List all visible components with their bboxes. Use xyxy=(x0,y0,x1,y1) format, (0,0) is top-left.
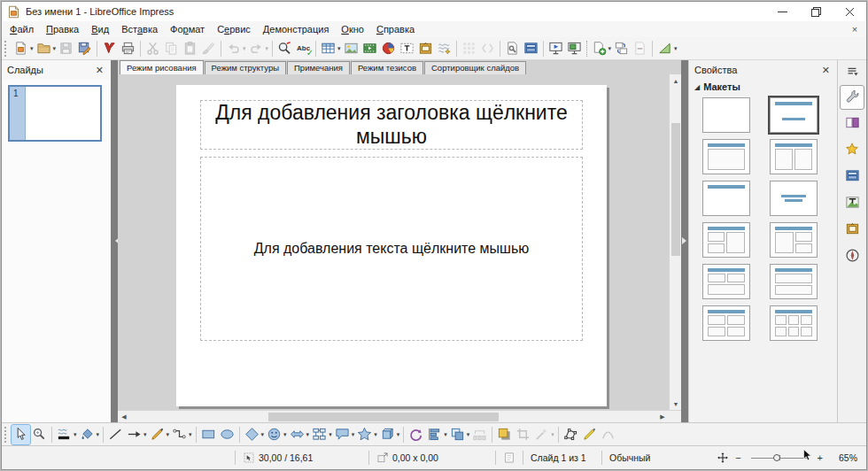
scroll-up-icon[interactable]: ▲ xyxy=(670,74,682,87)
restore-button[interactable] xyxy=(799,2,833,21)
tab-handout-view[interactable]: Режим тезисов xyxy=(351,61,423,74)
dropdown-arrow-icon[interactable]: ▾ xyxy=(374,431,377,438)
menu-tools[interactable]: Сервис xyxy=(211,23,257,35)
animation-deck-tab[interactable] xyxy=(841,139,864,162)
dropdown-arrow-icon[interactable]: ▾ xyxy=(189,431,192,438)
start-from-current-slide-button[interactable] xyxy=(565,39,584,58)
content-placeholder[interactable]: Для добавления текста щёлкните мышью xyxy=(200,157,583,341)
3d-objects-button[interactable]: ▾ xyxy=(378,425,401,444)
insert-table-button[interactable]: ▾ xyxy=(319,39,342,58)
slides-panel-close-icon[interactable]: ✕ xyxy=(94,65,105,76)
save-as-button[interactable] xyxy=(75,39,94,58)
stars-banners-button[interactable]: ▾ xyxy=(355,425,378,444)
zoom-out-button[interactable]: − xyxy=(732,452,743,463)
rotate-button[interactable] xyxy=(407,425,425,444)
menu-window[interactable]: Окно xyxy=(335,23,370,35)
master-slides-deck-tab[interactable] xyxy=(841,166,864,189)
tab-notes-view[interactable]: Примечания xyxy=(287,61,350,74)
sidebar-settings-button[interactable] xyxy=(845,63,859,81)
menu-slideshow[interactable]: Демонстрация xyxy=(257,23,336,35)
dropdown-arrow-icon[interactable]: ▾ xyxy=(608,45,612,52)
zoom-pan-button[interactable] xyxy=(30,425,49,444)
select-button[interactable] xyxy=(12,425,30,444)
block-arrows-button[interactable]: ▾ xyxy=(288,425,311,444)
glue-points-button[interactable] xyxy=(580,425,599,444)
menu-help[interactable]: Справка xyxy=(370,23,421,35)
dropdown-arrow-icon[interactable]: ▾ xyxy=(674,45,678,52)
layout-title-only[interactable] xyxy=(702,181,750,216)
new-slide-button[interactable]: ▾ xyxy=(590,39,613,58)
flowchart-button[interactable]: ▾ xyxy=(310,425,333,444)
master-slide-button[interactable] xyxy=(522,39,540,58)
export-pdf-button[interactable] xyxy=(100,39,119,58)
dropdown-arrow-icon[interactable]: ▾ xyxy=(329,431,332,438)
layout-content-over-content[interactable] xyxy=(770,264,818,299)
menu-file[interactable]: Файл xyxy=(4,23,40,35)
left-panel-splitter[interactable] xyxy=(111,60,118,422)
zoom-in-button[interactable]: + xyxy=(815,452,825,463)
gallery-deck-tab[interactable] xyxy=(841,219,864,242)
properties-panel-close-icon[interactable]: ✕ xyxy=(820,65,832,76)
navigator-deck-tab[interactable] xyxy=(841,245,864,268)
dropdown-arrow-icon[interactable]: ▾ xyxy=(337,45,341,52)
layout-2content-over-content[interactable] xyxy=(702,264,750,299)
special-character-button[interactable] xyxy=(435,39,453,58)
scroll-down-icon[interactable]: ▼ xyxy=(670,398,682,410)
slide-transition-deck-tab[interactable] xyxy=(841,112,864,135)
slide-canvas[interactable]: Для добавления заголовка щёлкните мышью … xyxy=(176,85,607,406)
dropdown-arrow-icon[interactable]: ▾ xyxy=(444,431,447,438)
callouts-button[interactable]: ▾ xyxy=(333,425,356,444)
tab-slide-sorter-view[interactable]: Сортировщик слайдов xyxy=(424,61,526,74)
spelling-button[interactable]: Abc✓ xyxy=(294,39,313,58)
toolbar-grip[interactable] xyxy=(4,41,9,57)
dropdown-arrow-icon[interactable]: ▾ xyxy=(97,431,100,438)
scroll-left-icon[interactable]: ◀ xyxy=(118,411,130,423)
layout-title-content[interactable] xyxy=(702,139,750,174)
curve-button[interactable]: ▾ xyxy=(148,425,171,444)
print-button[interactable] xyxy=(119,39,137,58)
shadow-button[interactable] xyxy=(495,425,514,444)
zoom-slider[interactable] xyxy=(744,446,815,469)
dropdown-arrow-icon[interactable]: ▾ xyxy=(167,431,170,438)
right-panel-splitter[interactable] xyxy=(681,60,688,422)
dropdown-arrow-icon[interactable]: ▾ xyxy=(551,431,554,438)
horizontal-scroll-thumb[interactable] xyxy=(268,413,499,421)
styles-deck-tab[interactable] xyxy=(841,192,864,215)
dropdown-arrow-icon[interactable]: ▾ xyxy=(467,431,470,438)
drawbar-grip[interactable] xyxy=(4,427,9,443)
dropdown-arrow-icon[interactable]: ▾ xyxy=(143,431,147,438)
ellipse-button[interactable] xyxy=(218,425,236,444)
align-objects-button[interactable]: ▾ xyxy=(425,425,448,444)
layout-blank[interactable] xyxy=(702,97,750,133)
layouts-section-header[interactable]: ◢ Макеты xyxy=(689,80,837,94)
dropdown-arrow-icon[interactable]: ▾ xyxy=(306,431,310,438)
dropdown-arrow-icon[interactable]: ▾ xyxy=(283,431,287,438)
insert-line-button[interactable] xyxy=(106,425,125,444)
zoom-percent[interactable]: 65% xyxy=(825,452,866,463)
layout-centered-text[interactable] xyxy=(770,181,818,216)
show-draw-functions-button[interactable]: ▾ xyxy=(655,39,678,58)
basic-shapes-button[interactable]: ▾ xyxy=(243,425,266,444)
slide-thumbnail-1[interactable]: 1 xyxy=(8,85,102,142)
layout-content-2content[interactable] xyxy=(770,222,818,258)
layout-title-slide[interactable] xyxy=(770,97,818,133)
fit-slide-button[interactable] xyxy=(713,452,732,464)
arrange-objects-button[interactable]: ▾ xyxy=(448,425,471,444)
dropdown-arrow-icon[interactable]: ▾ xyxy=(261,431,265,438)
close-document-button[interactable]: × xyxy=(847,24,866,35)
duplicate-slide-button[interactable] xyxy=(612,39,631,58)
minimize-button[interactable] xyxy=(765,2,799,21)
scroll-right-icon[interactable]: ▶ xyxy=(656,411,669,423)
title-placeholder[interactable]: Для добавления заголовка щёлкните мышью xyxy=(200,100,583,150)
slide-properties-button[interactable] xyxy=(503,39,522,58)
properties-deck-tab[interactable] xyxy=(841,86,864,109)
find-replace-button[interactable] xyxy=(275,39,294,58)
tab-drawing-view[interactable]: Режим рисования xyxy=(120,60,204,74)
dropdown-arrow-icon[interactable]: ▾ xyxy=(30,45,34,52)
menu-format[interactable]: Формат xyxy=(164,23,211,35)
layout-6content[interactable] xyxy=(770,305,818,341)
lines-and-arrows-button[interactable]: ▾ xyxy=(125,425,148,444)
layout-4content[interactable] xyxy=(702,305,750,341)
layout-2content-content[interactable] xyxy=(702,222,750,258)
new-presentation-button[interactable]: ▾ xyxy=(12,39,35,58)
